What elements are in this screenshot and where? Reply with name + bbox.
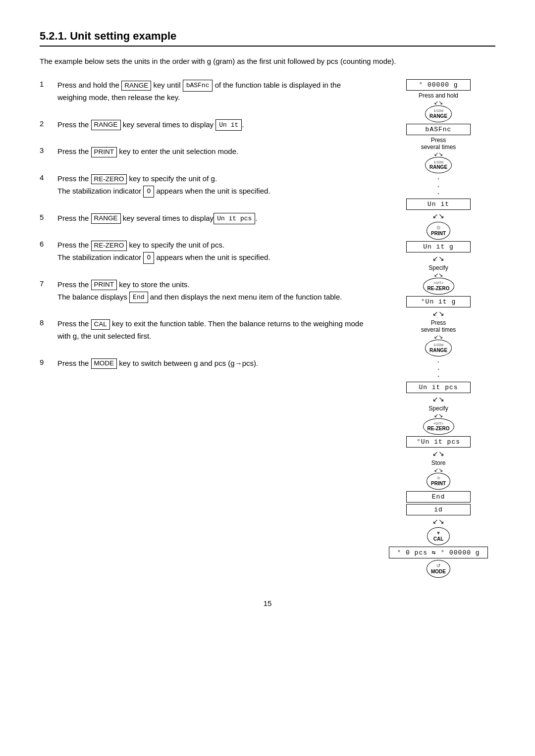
diag-display: bASFnc <box>406 124 471 135</box>
step-text: Press the PRINT key to store the units.T… <box>57 279 342 303</box>
step-text: Press the CAL key to exit the function t… <box>57 318 367 343</box>
diag-arrow: ↙↘ <box>432 310 444 317</box>
step-text: Press the MODE key to switch between g a… <box>57 357 258 370</box>
diag-button: +0/T=RE-ZERO <box>423 418 454 435</box>
step-number: 8 <box>40 318 52 327</box>
diag-arrow: ↙↘ <box>434 413 443 418</box>
diag-row: ↙↘ <box>432 211 444 220</box>
diag-row: ↙↘ <box>432 449 444 458</box>
key-label: PRINT <box>91 147 117 157</box>
step-number: 9 <box>40 357 52 366</box>
display-value: bASFnc <box>183 80 213 91</box>
diag-row: Press several times↙↘1/10dRANGE <box>421 319 456 356</box>
page-title: 5.2.1. Unit setting example <box>40 30 495 47</box>
diag-row: ↙↘ <box>432 309 444 318</box>
display-value: Un it pcs <box>214 213 255 224</box>
diag-display: Un it pcs <box>406 382 471 393</box>
diag-arrow: ↙↘ <box>434 151 443 157</box>
diag-row: Specify↙↘+0/T=RE-ZERO <box>423 405 454 435</box>
diagram: ° 00000 gPress and hold↙↘1/10dRANGEbASFn… <box>381 79 495 579</box>
step-number: 4 <box>40 173 52 182</box>
step-text: Press the RANGE key several times to dis… <box>57 119 244 131</box>
diag-row: Un it g <box>406 241 471 252</box>
diag-dots: · <box>437 175 439 182</box>
step-item: 8Press the CAL key to exit the function … <box>40 318 367 343</box>
intro-text: The example below sets the units in the … <box>40 55 495 67</box>
diag-row: ↙↘ <box>432 254 444 263</box>
key-label: MODE <box>91 358 117 369</box>
display-value: End <box>129 292 148 303</box>
step-text: Press the RANGE key several times to dis… <box>57 212 258 225</box>
diag-arrow: ↙↘ <box>432 396 444 403</box>
diag-row: ° 0 pcs ⇆ ° 00000 g <box>389 547 488 558</box>
diag-row: Press and hold↙↘1/10dRANGE <box>419 92 458 122</box>
diag-row: End <box>406 491 471 503</box>
step-number: 2 <box>40 119 52 128</box>
step-item: 7Press the PRINT key to store the units.… <box>40 279 367 303</box>
display-value: O <box>143 252 154 263</box>
diag-row: ··· <box>437 175 439 197</box>
display-value: O <box>143 186 154 197</box>
step-item: 6Press the RE-ZERO key to specify the un… <box>40 239 367 264</box>
step-item: 5Press the RANGE key several times to di… <box>40 212 367 225</box>
diag-display: id <box>406 504 471 515</box>
step-number: 3 <box>40 146 52 154</box>
diag-button: 1/10dRANGE <box>425 105 452 122</box>
step-text: Press the RE-ZERO key to specify the uni… <box>57 173 270 198</box>
diag-button: ⊙PRINT <box>427 222 450 240</box>
diag-arrow: ↙↘ <box>432 212 444 219</box>
diag-display: Un it <box>406 199 471 210</box>
diag-arrow: ↙↘ <box>434 467 443 473</box>
diag-label: Press several times <box>421 137 456 151</box>
diag-display: ° 0 pcs ⇆ ° 00000 g <box>389 547 488 558</box>
step-number: 7 <box>40 279 52 288</box>
key-label: RE-ZERO <box>91 241 127 251</box>
diag-row: id <box>406 504 471 515</box>
diag-row: ··· <box>437 358 439 380</box>
diag-row: Store↙↘⊙PRINT <box>427 459 450 490</box>
key-label: RANGE <box>91 213 121 224</box>
step-text: Press the RE-ZERO key to specify the uni… <box>57 239 270 264</box>
display-value: Un it <box>215 119 242 131</box>
diag-row: ⊙PRINT <box>427 222 450 240</box>
diag-arrow: ↙↘ <box>432 255 444 262</box>
diag-row: °Un it g <box>406 296 471 307</box>
step-item: 3Press the PRINT key to enter the unit s… <box>40 146 367 158</box>
diag-button: ▼CAL <box>427 527 450 545</box>
diag-row: ↙↘ <box>432 517 444 526</box>
diag-row: Specify↙↘+0/T=RE-ZERO <box>423 264 454 295</box>
diag-arrow: ↙↘ <box>432 450 444 457</box>
step-number: 5 <box>40 212 52 221</box>
diag-display: End <box>406 491 471 503</box>
diag-row: Press several times↙↘1/10dRANGE <box>421 137 456 174</box>
diag-button: 1/10dRANGE <box>425 157 452 174</box>
diag-label: Specify <box>428 405 448 412</box>
step-item: 2Press the RANGE key several times to di… <box>40 119 367 131</box>
step-item: 9Press the MODE key to switch between g … <box>40 357 367 370</box>
key-label: CAL <box>91 319 110 330</box>
key-label: RANGE <box>121 81 151 91</box>
diag-label: Press and hold <box>419 92 458 99</box>
key-label: RANGE <box>91 120 121 130</box>
diag-row: Un it <box>406 199 471 210</box>
diag-dots: · <box>437 358 439 365</box>
diag-button: +0/T=RE-ZERO <box>423 278 454 295</box>
diag-arrow: ↙↘ <box>434 272 443 278</box>
diag-label: Store <box>431 459 446 466</box>
diag-row: Un it pcs <box>406 382 471 393</box>
diag-display: Un it g <box>406 241 471 252</box>
diag-row: bASFnc <box>406 124 471 135</box>
diag-display: °Un it g <box>406 296 471 307</box>
diag-row: ▼CAL <box>427 527 450 545</box>
diag-display: ° 00000 g <box>406 79 471 91</box>
key-label: PRINT <box>91 280 117 290</box>
step-text: Press the PRINT key to enter the unit se… <box>57 146 238 158</box>
diag-row: ↺MODE <box>427 560 450 578</box>
diag-row: ° 00000 g <box>406 79 471 91</box>
page-number: 15 <box>40 599 495 607</box>
step-item: 4Press the RE-ZERO key to specify the un… <box>40 173 367 198</box>
diag-button: ↺MODE <box>427 560 450 578</box>
step-number: 6 <box>40 239 52 248</box>
diag-arrow: ↙↘ <box>434 334 443 340</box>
diag-row: °Un it pcs <box>406 436 471 448</box>
